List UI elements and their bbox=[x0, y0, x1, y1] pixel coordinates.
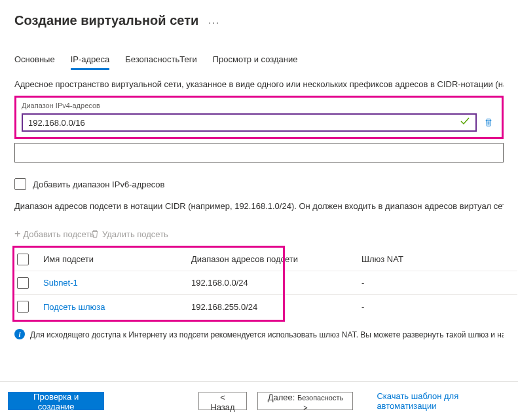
delete-range-button[interactable] bbox=[481, 115, 496, 130]
header-range: Диапазон адресов подсети bbox=[186, 254, 356, 264]
subnet-nat: - bbox=[356, 278, 364, 288]
ipv6-checkbox[interactable] bbox=[14, 178, 26, 190]
plus-icon: + bbox=[14, 228, 20, 240]
ipv6-checkbox-label: Добавить диапазон IPv6-адресов bbox=[33, 180, 165, 189]
ipv4-range-input[interactable]: 192.168.0.0/16 bbox=[22, 113, 477, 132]
trash-icon bbox=[484, 118, 493, 127]
add-range-input[interactable] bbox=[14, 143, 504, 162]
info-text: Для исходящего доступа к Интернету из по… bbox=[30, 329, 504, 341]
tab-ip[interactable]: IP-адреса bbox=[71, 54, 110, 70]
trash-icon bbox=[90, 229, 100, 239]
download-template-link[interactable]: Скачать шаблон для автоматизации bbox=[377, 391, 510, 411]
select-all-checkbox[interactable] bbox=[17, 254, 29, 265]
check-icon bbox=[460, 116, 470, 129]
subnet-name-link[interactable]: Подсеть шлюза bbox=[38, 302, 186, 312]
footer: Проверка и создание < Назад Далее: Безоп… bbox=[0, 381, 518, 420]
remove-subnet-button[interactable]: Удалить подсеть bbox=[102, 229, 168, 239]
row-checkbox[interactable] bbox=[17, 301, 29, 313]
subnet-nat: - bbox=[356, 302, 364, 312]
subnet-header-row: Имя подсети Диапазон адресов подсети Шлю… bbox=[14, 248, 517, 271]
info-icon: i bbox=[14, 329, 25, 339]
page-title: Создание виртуальной сети bbox=[14, 13, 198, 28]
subnet-name-link[interactable]: Subnet-1 bbox=[38, 278, 186, 288]
table-row: Subnet-1 192.168.0.0/24 - bbox=[14, 271, 517, 295]
tab-basic[interactable]: Основные bbox=[14, 54, 55, 70]
tab-security[interactable]: Безопасность bbox=[125, 54, 179, 70]
address-range-section: Диапазон IPv4-адресов 192.168.0.0/16 bbox=[14, 96, 504, 139]
ipv4-range-value: 192.168.0.0/16 bbox=[28, 118, 85, 128]
table-row: Подсеть шлюза 192.168.255.0/24 - bbox=[14, 295, 517, 318]
row-checkbox[interactable] bbox=[17, 277, 29, 289]
back-button[interactable]: < Назад bbox=[198, 392, 248, 410]
review-create-button[interactable]: Проверка и создание bbox=[8, 392, 104, 410]
header-name: Имя подсети bbox=[38, 254, 186, 264]
header-nat: Шлюз NAT bbox=[356, 254, 403, 264]
subnet-description: Диапазон адресов подсети в нотации CIDR … bbox=[14, 199, 504, 214]
next-button[interactable]: Далее: Безопасность > bbox=[257, 392, 353, 410]
more-icon[interactable]: ··· bbox=[208, 14, 220, 28]
ipv4-range-label: Диапазон IPv4-адресов bbox=[22, 102, 496, 109]
subnet-range: 192.168.255.0/24 bbox=[186, 302, 356, 312]
tab-review[interactable]: Просмотр и создание bbox=[213, 54, 298, 70]
tab-tags[interactable]: Теги bbox=[179, 54, 196, 70]
add-subnet-button[interactable]: Добавить подсеть bbox=[23, 229, 94, 239]
subnet-range: 192.168.0.0/24 bbox=[186, 278, 356, 288]
address-space-description: Адресное пространство виртуальной сети, … bbox=[14, 79, 504, 89]
tabs: Основные IP-адреса Безопасность Теги Про… bbox=[0, 54, 518, 70]
